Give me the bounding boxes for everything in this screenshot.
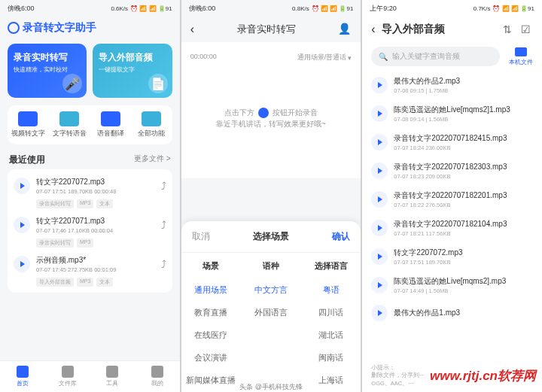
nav-files[interactable]: 文件库 <box>45 366 90 387</box>
cancel-button[interactable]: 取消 <box>192 230 210 243</box>
list-item[interactable]: 陈奕迅遥远的她Live[mqms2].mp3 07-07 14:49 | 1.5… <box>371 271 533 299</box>
list-item[interactable]: 最伟大的作品2.mp3 07-08 09:15 | 1.75MB <box>371 71 533 99</box>
picker-option[interactable]: 粤语 <box>301 279 361 302</box>
picker-option[interactable]: 上海话 <box>301 369 361 392</box>
status-time: 上午9:20 <box>370 4 397 14</box>
list-item[interactable]: 录音转文字20220707182104.mp3 07-07 18:21 117.… <box>371 214 533 242</box>
status-time: 傍晚6:00 <box>189 4 216 14</box>
audio-name: 录音转文字20220707182415.mp3 <box>394 133 533 144</box>
play-button[interactable] <box>371 305 388 321</box>
sort-icon[interactable]: ⇅ <box>503 23 515 35</box>
column-header: 语种 <box>241 253 301 279</box>
audio-name: 最伟大的作品2.mp3 <box>394 76 533 87</box>
picker-option[interactable]: 中文方言 <box>241 279 301 302</box>
scene-selector[interactable]: 通用场景/普通话 ▾ <box>297 53 352 62</box>
picker-option[interactable]: 通用场景 <box>181 279 242 302</box>
audio-name: 转文字2207072.mp3 <box>394 248 533 258</box>
recent-file-list: 转文字2207072.mp3 07-07 17:51 189.70KB 00:0… <box>8 169 172 293</box>
app-header: 录音转文字助手 <box>0 17 180 39</box>
nav-home[interactable]: 首页 <box>0 366 45 387</box>
audio-meta: 07-07 18:21 117.56KB <box>394 230 533 237</box>
page-title: 录音实时转写 <box>237 23 296 36</box>
list-item[interactable]: 最伟大的作品1.mp3 <box>371 299 533 327</box>
video-icon <box>18 111 38 126</box>
card-import-audio[interactable]: 导入外部音频 一键提取文字 📄 <box>93 44 172 98</box>
status-bar: 傍晚6:00 0.6K/s ⏰ 📶 📶 🔋91 <box>0 0 180 17</box>
more-files-link[interactable]: 更多文件 > <box>134 153 171 166</box>
recent-title: 最近使用 <box>9 153 45 166</box>
screen-home: 傍晚6:00 0.6K/s ⏰ 📶 📶 🔋91 录音转文字助手 录音实时转写 快… <box>0 0 180 392</box>
share-button[interactable]: ⤴ <box>161 219 166 231</box>
app-title: 录音转文字助手 <box>23 21 96 35</box>
play-button[interactable] <box>14 178 30 194</box>
confirm-button[interactable]: 确认 <box>332 230 350 243</box>
card-realtime-transcribe[interactable]: 录音实时转写 快速精准，实时校对 🎤 <box>8 44 87 98</box>
search-input[interactable]: 🔍 输入关键字查询音频 <box>371 47 500 66</box>
audio-name: 陈奕迅遥远的她Live[mqms2]1.mp3 <box>394 105 533 115</box>
play-button[interactable] <box>14 217 30 233</box>
play-button[interactable] <box>371 163 388 179</box>
picker-option[interactable]: 闽南话 <box>301 347 361 369</box>
avatar-icon[interactable]: 👤 <box>338 23 352 36</box>
page-title: 导入外部音频 <box>382 23 497 36</box>
picker-option[interactable]: 新闻媒体直播 <box>181 369 242 392</box>
share-button[interactable]: ⤴ <box>161 180 166 192</box>
tag: MP3 <box>77 239 93 248</box>
home-icon <box>17 366 29 378</box>
feature-text-to-speech[interactable]: 文字转语音 <box>49 111 90 138</box>
back-button[interactable]: ‹ <box>371 23 375 36</box>
list-item[interactable]: 示例音频.mp3* 07-07 17:45 272.75KB 00:01:09 … <box>8 251 172 278</box>
picker-option[interactable]: 教育直播 <box>181 302 242 324</box>
file-name: 转文字2207071.mp3 <box>36 216 155 226</box>
audio-name: 录音转文字20220707182303.mp3 <box>394 162 533 172</box>
play-button[interactable] <box>371 77 388 93</box>
status-time: 傍晚6:00 <box>8 4 35 14</box>
play-button[interactable] <box>371 277 388 293</box>
nav-tools[interactable]: 工具 <box>90 366 135 387</box>
local-files-tab[interactable]: 本机文件 <box>509 47 542 66</box>
list-item[interactable]: 录音转文字20220707182415.mp3 07-07 18:24 236.… <box>371 128 533 156</box>
tag: MP3 <box>77 199 93 208</box>
timer: 00:00:00 <box>190 53 217 62</box>
picker-option[interactable]: 会议演讲 <box>181 347 242 369</box>
feature-all[interactable]: 全部功能 <box>131 111 172 138</box>
screen-import: 上午9:20 0.7K/s ⏰ 📶 📶 🔋91 ‹ 导入外部音频 ⇅ ☑ 🔍 输… <box>362 0 542 392</box>
list-item[interactable]: 录音转文字20220707182303.mp3 07-07 18:23 209.… <box>371 156 533 185</box>
audio-name: 陈奕迅遥远的她Live[mqms2].mp3 <box>394 276 533 287</box>
play-button[interactable] <box>371 220 388 236</box>
folder-icon <box>62 366 74 378</box>
record-hint: 点击下方 按钮开始录音 靠近手机讲话，转写效果更好哦~ <box>216 107 326 129</box>
share-button[interactable]: ⤴ <box>161 258 166 270</box>
person-icon <box>151 366 163 378</box>
picker-option[interactable]: 在线医疗 <box>181 324 242 347</box>
file-meta: 07-07 17:45 272.75KB 00:01:09 <box>36 266 155 273</box>
audio-meta: 07-07 17:51 189.70KB <box>394 259 533 266</box>
picker-option[interactable]: 四川话 <box>301 302 361 324</box>
file-icon: 📄 <box>148 74 168 93</box>
list-item[interactable]: 陈奕迅遥远的她Live[mqms2]1.mp3 07-08 09:14 | 1.… <box>371 99 533 128</box>
picker-option[interactable]: 湖北话 <box>301 324 361 347</box>
grid-icon <box>142 111 161 126</box>
multi-select-icon[interactable]: ☑ <box>521 23 533 35</box>
play-button[interactable] <box>371 248 388 265</box>
list-item[interactable]: 转文字2207071.mp3 07-07 17:46 17.16KB 00:00… <box>8 211 172 239</box>
list-item[interactable]: 转文字2207072.mp3 07-07 17:51 189.70KB <box>371 242 533 271</box>
text-icon <box>59 111 79 126</box>
tag: 录音实时转写 <box>36 239 74 248</box>
app-logo-icon <box>8 22 20 34</box>
picker-option[interactable]: 外国语言 <box>241 302 301 324</box>
nav-me[interactable]: 我的 <box>135 366 180 387</box>
screen-record: 傍晚6:00 0.8K/s ⏰ 📶 📶 🔋91 ‹ 录音实时转写 👤 00:00… <box>181 0 361 392</box>
play-button[interactable] <box>371 105 388 122</box>
tag: 文本 <box>96 199 113 208</box>
list-item[interactable]: 录音转文字20220707182201.mp3 07-07 18:22 276.… <box>371 185 533 214</box>
play-button[interactable] <box>371 134 388 150</box>
feature-voice-translate[interactable]: 语音翻译 <box>90 111 131 138</box>
feature-video-to-text[interactable]: 视频转文字 <box>8 111 49 138</box>
file-name: 转文字2207072.mp3 <box>36 177 155 187</box>
back-button[interactable]: ‹ <box>190 23 194 36</box>
folder-icon <box>515 47 527 56</box>
list-item[interactable]: 转文字2207072.mp3 07-07 17:51 189.70KB 00:0… <box>8 172 172 199</box>
play-button[interactable] <box>371 191 388 208</box>
play-button[interactable] <box>14 256 30 272</box>
